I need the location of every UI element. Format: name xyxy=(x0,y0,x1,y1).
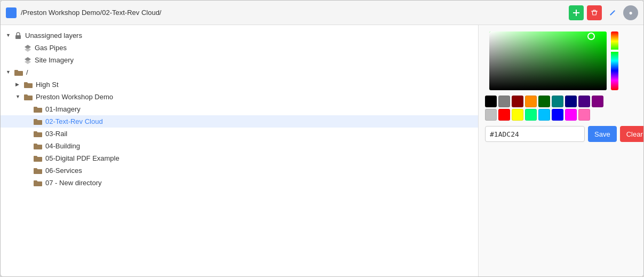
edit-button[interactable] xyxy=(605,5,620,20)
hex-input[interactable] xyxy=(485,126,585,142)
swatches-row xyxy=(485,96,637,107)
hue-cursor xyxy=(611,50,618,52)
tree-item-label: 03-Rail xyxy=(45,130,67,138)
svg-rect-2 xyxy=(15,35,21,39)
svg-marker-4 xyxy=(25,48,31,52)
folder-icon xyxy=(34,130,42,137)
tree-item-gas-pipes[interactable]: Gas Pipes xyxy=(1,42,478,54)
chevron-icon: ▼ xyxy=(15,94,22,100)
color-swatch[interactable] xyxy=(485,96,497,107)
tree-item-label: / xyxy=(26,68,28,76)
tree-item-06-services[interactable]: 06-Services xyxy=(1,164,478,177)
tree-item-01-imagery[interactable]: 01-Imagery xyxy=(1,103,478,115)
color-swatch[interactable] xyxy=(565,96,577,107)
chevron-icon: ▶ xyxy=(15,82,22,88)
svg-marker-6 xyxy=(25,60,31,64)
delete-button[interactable] xyxy=(587,5,602,20)
tree-item-label: 04-Building xyxy=(45,142,80,150)
sv-black-gradient xyxy=(489,31,607,90)
tree-item-unassigned-group[interactable]: ▼ Unassigned layers xyxy=(1,29,478,42)
folder-icon xyxy=(34,118,42,125)
svg-rect-1 xyxy=(573,12,579,13)
folder-icon xyxy=(34,179,42,186)
color-swatch[interactable] xyxy=(592,96,603,107)
tree-item-07-new[interactable]: 07 - New directory xyxy=(1,177,478,189)
color-swatch[interactable] xyxy=(498,109,510,121)
main-window: /Preston Workshop Demo/02-Text-Rev Cloud… xyxy=(0,0,644,277)
layer-icon xyxy=(24,44,31,52)
swatches-row xyxy=(485,109,637,121)
tree-item-02-text[interactable]: 02-Text-Rev Cloud xyxy=(1,115,478,128)
folder-icon xyxy=(34,106,42,113)
tree-item-label: 06-Services xyxy=(45,167,82,175)
header-bar: /Preston Workshop Demo/02-Text-Rev Cloud… xyxy=(1,1,643,25)
tree-item-preston[interactable]: ▼ Preston Workshop Demo xyxy=(1,91,478,103)
header-path: /Preston Workshop Demo/02-Text-Rev Cloud… xyxy=(21,9,569,17)
tree-item-04-building[interactable]: 04-Building xyxy=(1,140,478,152)
user-button[interactable]: ● xyxy=(623,5,638,20)
color-swatch[interactable] xyxy=(485,109,497,121)
group-icon xyxy=(14,32,22,39)
tree-item-site-imagery[interactable]: Site Imagery xyxy=(1,54,478,66)
color-swatches xyxy=(485,96,637,121)
color-swatch[interactable] xyxy=(512,109,523,121)
tree-item-label: Unassigned layers xyxy=(25,31,82,39)
color-swatch[interactable] xyxy=(565,109,577,121)
main-area: ▼ Unassigned layers Gas Pipes Site Image… xyxy=(1,25,643,277)
folder-icon xyxy=(24,93,33,100)
color-swatch[interactable] xyxy=(525,96,537,107)
tree-item-high-st[interactable]: ▶ High St xyxy=(1,78,478,91)
folder-icon xyxy=(34,155,42,162)
folder-icon xyxy=(24,81,33,88)
tree-item-05-digital[interactable]: 05-Digital PDF Example xyxy=(1,152,478,164)
color-swatch[interactable] xyxy=(498,96,510,107)
tree-item-label: 01-Imagery xyxy=(45,105,81,113)
color-swatch[interactable] xyxy=(538,96,550,107)
color-swatch[interactable] xyxy=(525,109,537,121)
header-actions: ● xyxy=(569,5,638,20)
color-swatch[interactable] xyxy=(578,96,590,107)
chevron-icon: ▼ xyxy=(6,69,12,76)
folder-icon xyxy=(34,167,42,174)
layer-icon xyxy=(24,57,31,64)
tree-item-03-rail[interactable]: 03-Rail xyxy=(1,128,478,140)
color-swatch[interactable] xyxy=(578,109,590,121)
hue-slider[interactable] xyxy=(611,31,618,90)
color-picker-panel: Save Clear xyxy=(478,25,643,277)
color-swatch[interactable] xyxy=(552,96,563,107)
chevron-icon: ▼ xyxy=(6,33,12,39)
color-swatch[interactable] xyxy=(552,109,563,121)
save-button[interactable]: Save xyxy=(588,126,617,142)
sv-gradient-box[interactable] xyxy=(489,31,607,90)
tree-item-label: Preston Workshop Demo xyxy=(36,93,113,101)
folder-icon xyxy=(14,69,23,76)
color-swatch[interactable] xyxy=(538,109,550,121)
tree-item-label: 07 - New directory xyxy=(45,179,101,187)
tree-item-label: 05-Digital PDF Example xyxy=(45,154,120,162)
tree-item-root[interactable]: ▼ / xyxy=(1,66,478,78)
tree-item-label: Site Imagery xyxy=(35,56,74,64)
tree-item-label: 02-Text-Rev Cloud xyxy=(45,117,103,125)
folder-icon-header xyxy=(6,7,17,18)
picker-top xyxy=(485,31,637,90)
tree-item-label: High St xyxy=(36,81,59,89)
add-button[interactable] xyxy=(569,5,584,20)
tree-item-label: Gas Pipes xyxy=(35,44,67,52)
color-swatch[interactable] xyxy=(512,96,523,107)
clear-button[interactable]: Clear xyxy=(620,126,644,142)
folder-icon xyxy=(34,143,42,149)
tree-panel: ▼ Unassigned layers Gas Pipes Site Image… xyxy=(1,25,478,277)
hex-input-row: Save Clear xyxy=(485,126,637,142)
